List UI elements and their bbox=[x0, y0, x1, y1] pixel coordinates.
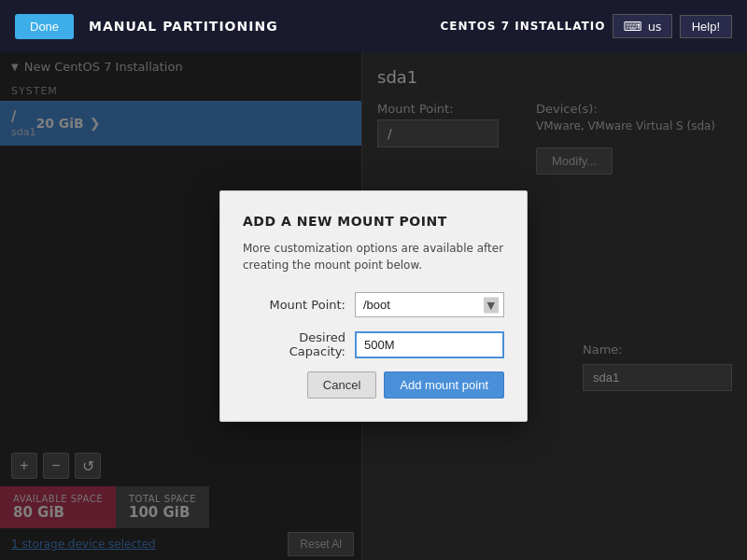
dialog-capacity-label: Desired Capacity: bbox=[243, 330, 345, 358]
top-bar-left: Done MANUAL PARTITIONING bbox=[15, 14, 278, 39]
keyboard-icon: ⌨ bbox=[623, 19, 641, 34]
desired-capacity-field-row: Desired Capacity: bbox=[243, 330, 504, 358]
keyboard-layout: us bbox=[648, 20, 662, 34]
dialog-title: ADD A NEW MOUNT POINT bbox=[243, 214, 504, 229]
app-title: MANUAL PARTITIONING bbox=[89, 19, 278, 34]
top-bar: Done MANUAL PARTITIONING CENTOS 7 INSTAL… bbox=[0, 0, 747, 52]
add-mount-point-dialog: ADD A NEW MOUNT POINT More customization… bbox=[219, 190, 528, 422]
done-button[interactable]: Done bbox=[15, 14, 74, 39]
top-bar-right: CENTOS 7 INSTALLATIO ⌨ us Help! bbox=[440, 14, 732, 38]
dialog-overlay: ADD A NEW MOUNT POINT More customization… bbox=[0, 52, 747, 560]
main-content: ▼ New CentOS 7 Installation SYSTEM / sda… bbox=[0, 52, 747, 560]
mount-point-select-wrapper: /boot / /home /tmp /var swap ▼ bbox=[355, 292, 504, 317]
mount-point-select[interactable]: /boot / /home /tmp /var swap bbox=[355, 292, 504, 317]
dialog-description: More customization options are available… bbox=[243, 240, 504, 273]
mount-point-field-row: Mount Point: /boot / /home /tmp /var swa… bbox=[243, 292, 504, 317]
dialog-mount-point-label: Mount Point: bbox=[243, 298, 345, 312]
desired-capacity-input[interactable] bbox=[355, 331, 504, 358]
help-button[interactable]: Help! bbox=[680, 15, 732, 38]
keyboard-indicator[interactable]: ⌨ us bbox=[613, 14, 671, 38]
dialog-buttons: Cancel Add mount point bbox=[243, 371, 504, 399]
cancel-button[interactable]: Cancel bbox=[307, 371, 376, 399]
add-mount-point-button[interactable]: Add mount point bbox=[384, 371, 504, 399]
right-title: CENTOS 7 INSTALLATIO bbox=[440, 20, 605, 33]
